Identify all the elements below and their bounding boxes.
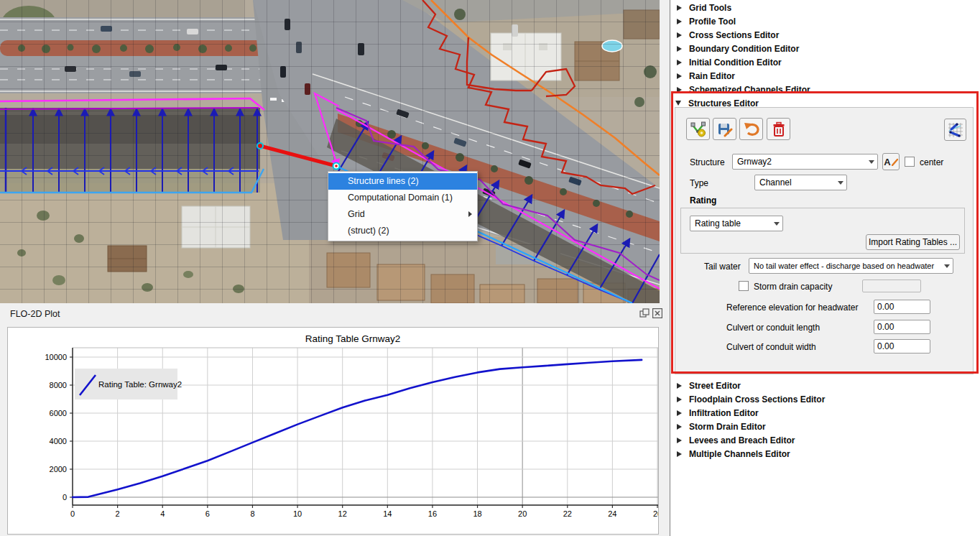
x-tick-label: 24 xyxy=(608,509,616,518)
context-menu-item-struct[interactable]: (struct) (2) xyxy=(328,223,477,239)
center-checkbox[interactable] xyxy=(905,157,915,167)
schematize-structure-button[interactable] xyxy=(944,119,966,141)
close-panel-icon[interactable] xyxy=(652,308,662,318)
context-menu-item-grid[interactable]: Grid xyxy=(328,206,477,223)
y-tick-label: 10000 xyxy=(45,353,67,361)
chevron-right-icon xyxy=(677,438,682,443)
chevron-right-icon xyxy=(677,410,682,416)
sidebar-item-rain-editor[interactable]: Rain Editor xyxy=(670,69,980,83)
culvert-length-field[interactable] xyxy=(874,320,930,334)
delete-structure-button[interactable] xyxy=(767,118,790,140)
chevron-right-icon xyxy=(677,73,682,79)
center-label: center xyxy=(920,157,943,167)
tail-water-label: Tail water xyxy=(704,262,741,272)
x-tick-label: 6 xyxy=(205,509,210,518)
map-context-menu: Structure lines (2) Computational Domain… xyxy=(328,171,478,241)
sidebar-item-initial-condition-editor[interactable]: Initial Condition Editor xyxy=(670,55,980,69)
x-tick-label: 2 xyxy=(116,509,120,518)
sidebar-item-street-editor[interactable]: Street Editor xyxy=(670,379,980,392)
culvert-width-label: Culvert of conduit width xyxy=(726,342,816,352)
map-canvas[interactable]: Structure lines (2) Computational Domain… xyxy=(0,0,660,303)
sidebar-item-cross-sections-editor[interactable]: Cross Sections Editor xyxy=(670,28,980,42)
dropdown-arrow-icon xyxy=(834,181,846,185)
x-tick-label: 4 xyxy=(160,509,165,518)
x-tick-label: 8 xyxy=(250,509,254,518)
context-menu-item-structure-lines[interactable]: Structure lines (2) xyxy=(328,173,477,190)
storm-drain-capacity-checkbox[interactable] xyxy=(739,281,749,291)
grid-overlay xyxy=(0,0,660,303)
import-rating-tables-button[interactable]: Import Rating Tables ... xyxy=(866,234,960,250)
y-tick-label: 2000 xyxy=(50,465,67,473)
chevron-right-icon xyxy=(677,397,682,402)
sidebar-item-infiltration-editor[interactable]: Infiltration Editor xyxy=(670,406,980,420)
storm-drain-capacity-field[interactable] xyxy=(862,279,921,292)
flo2d-plot-panel: FLO-2D Plot 0246810121416182022242602000… xyxy=(0,303,670,536)
context-menu-item-label: Grid xyxy=(348,209,365,219)
type-label: Type xyxy=(690,178,708,188)
x-tick-label: 16 xyxy=(428,509,437,518)
reference-elevation-label: Reference elevation for headwater xyxy=(726,302,858,313)
float-panel-icon[interactable] xyxy=(639,308,650,318)
sidebar-item-boundary-condition-editor[interactable]: Boundary Condition Editor xyxy=(670,42,980,55)
x-tick-label: 0 xyxy=(70,509,75,518)
y-tick-label: 6000 xyxy=(50,409,67,417)
dropdown-arrow-icon xyxy=(770,222,782,226)
editors-panel: Grid Tools Profile Tool Cross Sections E… xyxy=(670,0,980,536)
y-tick-label: 4000 xyxy=(50,437,67,445)
rating-groupbox: Rating table Import Rating Tables ... xyxy=(680,208,965,254)
application-window: Structure lines (2) Computational Domain… xyxy=(0,0,980,536)
plot-panel-title: FLO-2D Plot xyxy=(10,309,60,319)
dropdown-arrow-icon xyxy=(865,160,877,164)
chevron-right-icon xyxy=(677,19,682,24)
aerial-imagery xyxy=(0,0,660,303)
plot-panel-titlebar[interactable]: FLO-2D Plot xyxy=(0,303,670,326)
x-tick-label: 20 xyxy=(518,509,527,518)
sidebar-item-grid-tools[interactable]: Grid Tools xyxy=(670,1,980,14)
save-structure-button[interactable] xyxy=(713,118,736,140)
rename-structure-button[interactable]: A xyxy=(882,153,900,170)
x-tick-label: 14 xyxy=(383,509,392,518)
chevron-right-icon xyxy=(677,5,682,11)
add-structure-icon xyxy=(690,121,706,137)
type-select[interactable]: Channel xyxy=(754,175,847,190)
add-structure-button[interactable] xyxy=(686,118,710,140)
rating-table-chart[interactable]: 0246810121416182022242602000400060008000… xyxy=(7,327,659,535)
culvert-length-label: Culvert or conduit length xyxy=(726,323,820,333)
x-tick-label: 10 xyxy=(293,509,302,518)
reference-elevation-field[interactable] xyxy=(874,300,930,314)
context-menu-item-computational-domain[interactable]: Computational Domain (1) xyxy=(328,190,477,206)
schematize-icon xyxy=(947,121,964,139)
sidebar-item-storm-drain-editor[interactable]: Storm Drain Editor xyxy=(670,420,980,433)
tail-water-select[interactable]: No tail water effect - discharge based o… xyxy=(749,258,953,274)
chevron-right-icon xyxy=(677,46,682,52)
sidebar-item-levees-and-breach-editor[interactable]: Levees and Breach Editor xyxy=(670,433,980,447)
submenu-arrow-icon xyxy=(468,211,472,217)
chevron-right-icon xyxy=(677,60,682,65)
chart-legend: Rating Table: Grnway2 xyxy=(75,369,182,399)
undo-icon xyxy=(744,121,759,137)
chevron-right-icon xyxy=(677,32,682,38)
chevron-right-icon xyxy=(677,383,682,389)
sidebar-item-multiple-channels-editor[interactable]: Multiple Channels Editor xyxy=(670,447,980,461)
chart-title: Rating Table Grnway2 xyxy=(305,333,401,344)
sidebar-item-profile-tool[interactable]: Profile Tool xyxy=(670,14,980,28)
rating-group-label: Rating xyxy=(690,195,716,205)
x-tick-label: 22 xyxy=(563,509,572,518)
x-tick-label: 12 xyxy=(338,509,347,518)
structure-label: Structure xyxy=(690,157,725,167)
sidebar-item-floodplain-cross-sections-editor[interactable]: Floodplain Cross Sections Editor xyxy=(670,392,980,406)
legend-label: Rating Table: Grnway2 xyxy=(98,380,182,389)
rating-type-select[interactable]: Rating table xyxy=(690,216,783,231)
structure-select[interactable]: Grnway2 xyxy=(732,154,878,170)
x-tick-label: 26 xyxy=(653,509,658,518)
y-tick-label: 8000 xyxy=(50,381,67,389)
sidebar-item-schematized-channels-editor[interactable]: Schematized Channels Editor xyxy=(670,83,980,96)
pencil-icon xyxy=(892,157,898,166)
chevron-right-icon xyxy=(677,424,682,430)
revert-structure-button[interactable] xyxy=(739,118,763,140)
chevron-right-icon xyxy=(677,87,682,93)
x-tick-label: 18 xyxy=(473,509,481,518)
chevron-down-icon xyxy=(675,101,681,106)
structures-editor-panel: Structure Grnway2 A center Type Channel … xyxy=(675,107,974,374)
culvert-width-field[interactable] xyxy=(874,339,930,354)
